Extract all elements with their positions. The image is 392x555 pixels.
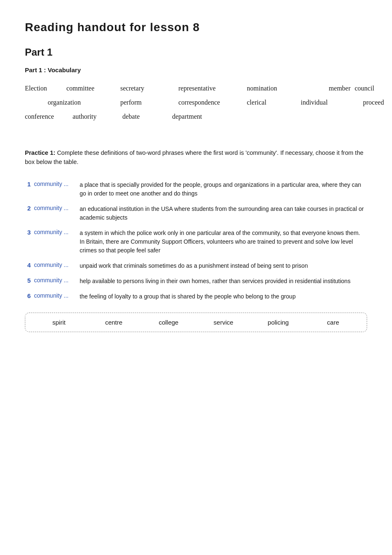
vocab-word: secretary: [120, 82, 178, 95]
vocab-word: member: [309, 82, 351, 95]
def-text: a system in which the police work only i…: [80, 225, 367, 258]
practice-instruction: Practice 1: Complete these definitions o…: [25, 149, 367, 167]
vocab-row-3: conference authority debate department: [25, 110, 367, 123]
def-number: 4: [25, 258, 34, 274]
word-box-item: college: [143, 319, 194, 326]
vocabulary-section: Election committee secretary representat…: [25, 82, 367, 123]
word-box-item: service: [198, 319, 249, 326]
word-box-item: centre: [88, 319, 139, 326]
definition-row: 3 community ... a system in which the po…: [25, 225, 367, 258]
vocab-word: correspondence: [178, 96, 247, 109]
definition-row: 2 community ... an educational instituti…: [25, 201, 367, 225]
vocab-word: conference: [25, 110, 73, 123]
vocab-word: proceed: [363, 96, 384, 109]
def-text: a place that is specially provided for t…: [80, 177, 367, 201]
practice-label: Practice 1:: [25, 149, 55, 156]
def-number: 6: [25, 289, 34, 304]
definition-row: 6 community ... the feeling of loyalty t…: [25, 289, 367, 304]
section-title: Part 1 : Vocabulary: [25, 66, 367, 73]
vocab-row-1: Election committee secretary representat…: [25, 82, 367, 95]
def-number: 3: [25, 225, 34, 258]
vocab-word: department: [172, 110, 202, 123]
word-box-item: policing: [253, 319, 304, 326]
def-text: an educational institution in the USA wh…: [80, 201, 367, 225]
word-box-item: spirit: [34, 319, 84, 326]
page-title: Reading handout for lesson 8: [25, 21, 367, 34]
part-title: Part 1: [25, 46, 367, 58]
vocab-word: council: [355, 82, 374, 95]
vocab-word: clerical: [247, 96, 301, 109]
vocab-word: organization: [48, 96, 120, 109]
vocab-word: representative: [178, 82, 247, 95]
practice-instruction-text: Complete these definitions of two-word p…: [25, 149, 363, 165]
def-community: community ...: [34, 258, 80, 274]
def-text: help available to persons living in thei…: [80, 274, 367, 289]
word-box-item: care: [308, 319, 358, 326]
vocab-word: perform: [120, 96, 178, 109]
word-box: spiritcentrecollegeservicepolicingcare: [25, 313, 367, 332]
def-text: unpaid work that criminals sometimes do …: [80, 258, 367, 274]
vocab-row-2: organization perform correspondence cler…: [25, 96, 367, 109]
definition-row: 1 community ... a place that is speciall…: [25, 177, 367, 201]
vocab-word: authority: [73, 110, 122, 123]
vocab-word: nomination: [247, 82, 309, 95]
definitions-table: 1 community ... a place that is speciall…: [25, 177, 367, 304]
vocab-word: individual: [301, 96, 363, 109]
def-number: 2: [25, 201, 34, 225]
def-number: 1: [25, 177, 34, 201]
def-community: community ...: [34, 177, 80, 201]
vocab-word: committee: [66, 82, 120, 95]
vocab-word: Election: [25, 82, 66, 95]
def-community: community ...: [34, 274, 80, 289]
def-community: community ...: [34, 225, 80, 258]
definition-row: 5 community ... help available to person…: [25, 274, 367, 289]
definition-row: 4 community ... unpaid work that crimina…: [25, 258, 367, 274]
def-community: community ...: [34, 201, 80, 225]
def-number: 5: [25, 274, 34, 289]
def-community: community ...: [34, 289, 80, 304]
vocab-word: debate: [122, 110, 172, 123]
def-text: the feeling of loyalty to a group that i…: [80, 289, 367, 304]
